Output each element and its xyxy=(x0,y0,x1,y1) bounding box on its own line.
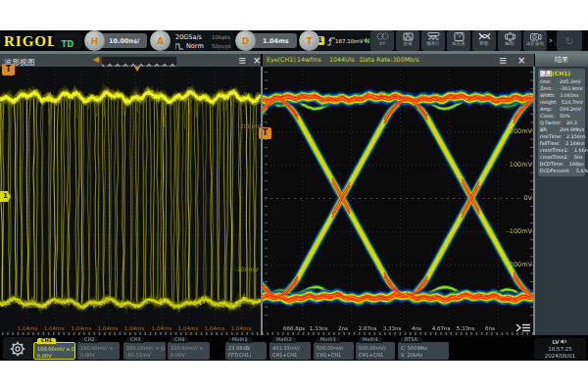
toolbar-button-counter[interactable]: 频率计 xyxy=(421,30,445,51)
wave-time-label: 1.04ms xyxy=(205,324,225,330)
eye-time-label: 3.33ns xyxy=(383,324,402,330)
acquire-pill[interactable]: 20GSa/s Norm 10kpts 50ps/pt xyxy=(161,31,234,50)
toolbar-button-dvm[interactable]: 电压表 xyxy=(447,30,470,51)
eye-time-label: 1.33ns xyxy=(310,324,328,330)
toolbar-button-decode[interactable]: 解码 xyxy=(498,30,521,51)
meas-panel-title: 眼图(CH1) xyxy=(540,70,585,78)
h-knob[interactable]: H xyxy=(84,30,105,51)
channel-box-ch1[interactable]: CH1100.00mV/ = Ω0.00V xyxy=(33,342,75,360)
measurement-row: DCDPercent:5.6% xyxy=(540,168,585,174)
eye-time-label: 2.67ns xyxy=(359,324,377,330)
sample-rate: 20GSa/s xyxy=(175,33,202,41)
oscilloscope-screen: RIGOL TD 10.00ns/ H 20GSa/s Norm 10kpts … xyxy=(0,30,588,361)
toolbar-next-icon[interactable]: › xyxy=(549,35,553,45)
toolbar-button-xy[interactable]: XY xyxy=(370,30,394,51)
eye-wfms: 14wfms xyxy=(297,57,321,64)
channel-box-math3[interactable]: Math3500.00mV/CH1+CH1 xyxy=(314,342,354,360)
channel-status-bar: CH1100.00mV/ = Ω0.00VCH2100.00mV/ =0.00V… xyxy=(0,336,588,361)
measurement-row: riseTime:2.156ns xyxy=(540,133,585,140)
toolbar-button-record[interactable]: 波形录制 xyxy=(523,30,547,51)
toolbar: RIGOL TD 10.00ns/ H 20GSa/s Norm 10kpts … xyxy=(0,30,588,51)
t-knob[interactable]: T xyxy=(299,30,319,51)
display-area: 1.04ms1.04ms1.04ms1.04ms1.04ms1.04ms1.04… xyxy=(0,67,588,335)
mode-label: TD xyxy=(62,39,74,49)
wave-time-label: 1.04ms xyxy=(71,324,91,330)
lan-status: LV xyxy=(553,339,560,345)
trigger-level: 187.10mV xyxy=(335,38,364,45)
wave-time-label: 1.04ms xyxy=(44,324,65,330)
window-divider-left xyxy=(261,67,263,335)
mode-button[interactable]: TD xyxy=(54,32,81,49)
settings-button[interactable] xyxy=(3,337,32,360)
t-knob-label: T xyxy=(306,36,312,46)
toolbar-button-eye[interactable]: 眼图 xyxy=(472,30,496,51)
wave-time-label: 1.04ms xyxy=(98,324,119,330)
wave-trigger-pos-tag[interactable]: T xyxy=(2,64,15,75)
clock-date: 2024/08/01 xyxy=(534,353,586,360)
measurement-row: crossTime1:1.66ns xyxy=(540,147,585,154)
self-cal-button[interactable]: ↻ xyxy=(557,30,582,51)
eye-window-title: Eye(CH1) xyxy=(267,57,296,64)
waveform-menu-icon[interactable]: ≡ xyxy=(238,55,246,66)
d-value: 1.04ms xyxy=(263,37,289,45)
wave-low-scale-label: -200mV xyxy=(235,266,259,272)
d-knob-label: D xyxy=(242,36,249,46)
clock-time: 18:57:25 xyxy=(534,346,586,353)
toolbar-button-storage[interactable]: 存储 xyxy=(396,30,419,51)
measurement-row: Height:510.7mV xyxy=(540,99,585,106)
eye-window-header: Eye(CH1) 14wfms 1044UIs Data Rate:300Mb/… xyxy=(263,54,534,67)
eye-menu-icon[interactable]: ≡ xyxy=(499,55,507,66)
trigger-position-marker[interactable] xyxy=(134,67,140,72)
channel-box-math4[interactable]: Math4500.00mV/CH1+CH1 xyxy=(356,342,395,360)
results-sidebar: 眼图(CH1) One:295.3mVZero:-303.9mVWidth:3.… xyxy=(535,67,588,335)
eye-data-rate: Data Rate:300Mb/s xyxy=(360,57,418,64)
eye-time-label: 6ns xyxy=(485,324,495,330)
system-status-box[interactable]: LV 18:57:25 2024/08/01 xyxy=(534,338,586,360)
eye-volt-label: 100mV xyxy=(503,161,532,169)
refresh-icon: ↻ xyxy=(564,35,573,48)
eye-volt-label: 0V xyxy=(503,194,532,202)
waveform-close-icon[interactable]: × xyxy=(253,55,261,66)
eye-time-label: 4ns xyxy=(412,324,421,330)
eye-time-label: 4.67ns xyxy=(432,324,451,330)
gear-icon xyxy=(10,341,25,357)
eye-time-label: 5.33ns xyxy=(457,324,475,330)
results-header[interactable]: 结果 xyxy=(535,54,588,67)
eye-submenu-icon[interactable] xyxy=(515,323,531,333)
measurement-row: Width:3.083ns xyxy=(540,92,585,99)
channel-box-math2[interactable]: Math2401.33mV/CH1+CH1 xyxy=(270,342,311,360)
eye-volt-label: 200mV xyxy=(503,127,532,135)
acq-wave-icon xyxy=(175,43,184,50)
measurement-row: fallTime:2.164ns xyxy=(540,140,585,147)
d-knob[interactable]: D xyxy=(235,30,256,51)
speaker-icon xyxy=(561,339,567,344)
h-scale-value: 10.00ns/ xyxy=(109,37,139,45)
channel-box-ch3[interactable]: CH3200.00mV/ = Ω-65.51mV xyxy=(123,342,166,360)
measurement-row: crossTime2:5ns xyxy=(540,154,585,161)
eye-volt-label: -200mV xyxy=(503,261,532,269)
channel-box-ch2[interactable]: CH2100.00mV/ =0.00V xyxy=(77,342,120,360)
toolbar-prev-icon[interactable]: ‹ xyxy=(364,35,368,45)
eye-volt-label: -100mV xyxy=(503,227,532,235)
waveform-canvas xyxy=(0,67,588,335)
wave-time-label: 1.04ms xyxy=(178,324,199,330)
a-knob[interactable]: A xyxy=(150,30,171,51)
results-title: 结果 xyxy=(555,56,568,64)
eye-time-label: 666.8ps xyxy=(283,324,305,330)
wave-time-label: 1.04ms xyxy=(18,324,38,330)
waveform-navigator[interactable] xyxy=(101,56,177,66)
channel-box-ch4[interactable]: CH4100.00mV/ =0.00V xyxy=(168,342,210,360)
eye-uis: 1044UIs xyxy=(329,57,355,64)
navigator-arrow-icon[interactable] xyxy=(93,57,99,63)
measurement-row: Zero:-303.9mV xyxy=(540,85,585,92)
h-knob-label: H xyxy=(91,36,99,46)
channel-box-math1[interactable]: Math123.98dB/FFT(CH1) xyxy=(225,342,267,360)
channel-box-rtsa[interactable]: RTSAC: 500MHzS: 20kHz xyxy=(398,342,449,360)
rigol-logo: RIGOL xyxy=(4,33,58,50)
measurement-row: DCDTime:188ps xyxy=(540,161,585,168)
sample-res: 50ps/pt xyxy=(212,42,231,48)
measurement-row: One:295.3mV xyxy=(540,78,585,85)
eye-close-icon[interactable]: × xyxy=(517,55,525,66)
a-knob-label: A xyxy=(157,36,164,46)
eye-measurements-panel[interactable]: 眼图(CH1) One:295.3mVZero:-303.9mVWidth:3.… xyxy=(538,69,585,176)
